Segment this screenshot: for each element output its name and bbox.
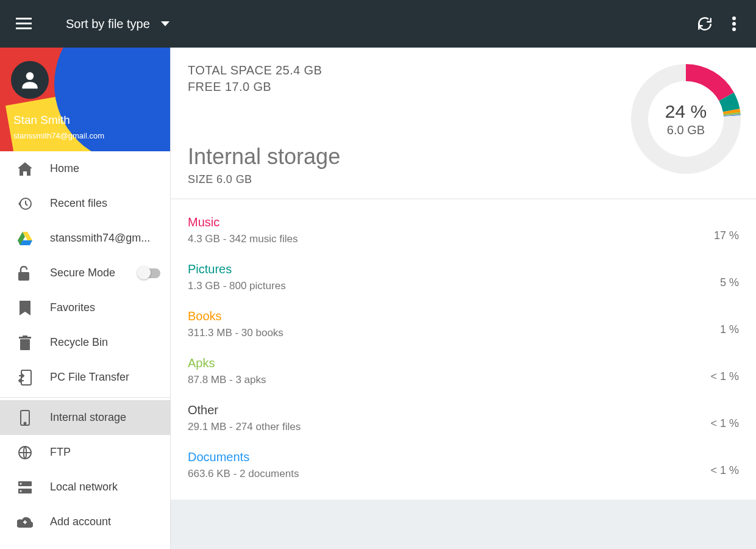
google-drive-icon — [17, 232, 33, 245]
category-percent: < 1 % — [710, 464, 739, 477]
svg-rect-11 — [23, 336, 27, 337]
globe-icon — [17, 445, 33, 460]
svg-point-14 — [24, 422, 26, 424]
main-content: TOTAL SPACE 25.4 GB FREE 17.0 GB Interna… — [171, 48, 756, 549]
svg-rect-9 — [20, 339, 30, 350]
nav-drive-label: stanssmith74@gm... — [50, 232, 160, 245]
phone-transfer-icon — [17, 370, 33, 386]
category-percent: 1 % — [720, 323, 739, 336]
nav-divider — [0, 397, 170, 398]
appbar: Sort by file type — [0, 0, 756, 48]
nav-recent-label: Recent files — [50, 197, 160, 210]
category-title: Music — [188, 215, 298, 229]
avatar — [11, 61, 49, 99]
nav-ftp[interactable]: FTP — [0, 435, 170, 470]
hamburger-icon — [16, 18, 32, 30]
nav-pcxfer-label: PC File Transfer — [50, 371, 160, 384]
refresh-icon — [697, 16, 713, 32]
menu-button[interactable] — [7, 7, 40, 40]
sort-label: Sort by file type — [66, 17, 150, 31]
nav-home[interactable]: Home — [0, 151, 170, 186]
category-title: Apks — [188, 356, 266, 370]
category-row[interactable]: Documents663.6 KB - 2 documents< 1 % — [171, 442, 756, 489]
nav-recycle-label: Recycle Bin — [50, 336, 160, 349]
category-percent: 17 % — [714, 229, 739, 242]
secure-mode-toggle[interactable] — [138, 268, 160, 278]
nav-list-storage: Internal storage FTP Local network Add a… — [0, 400, 170, 539]
category-percent: < 1 % — [710, 417, 739, 430]
donut-used: 6.0 GB — [665, 123, 707, 137]
phone-icon — [17, 410, 33, 426]
server-icon — [17, 481, 33, 493]
more-vert-icon — [732, 16, 736, 31]
category-meta: 311.3 MB - 30 books — [188, 327, 284, 339]
category-title: Other — [188, 403, 301, 417]
storage-summary: TOTAL SPACE 25.4 GB FREE 17.0 GB Interna… — [171, 48, 756, 198]
nav-pc-transfer[interactable]: PC File Transfer — [0, 360, 170, 395]
home-icon — [17, 162, 33, 176]
dropdown-arrow-icon — [161, 21, 169, 26]
category-row[interactable]: Music4.3 GB - 342 music files17 % — [171, 207, 756, 254]
refresh-button[interactable] — [690, 9, 719, 38]
category-row[interactable]: Pictures1.3 GB - 800 pictures5 % — [171, 254, 756, 301]
trash-icon — [17, 336, 33, 350]
bookmark-icon — [17, 301, 33, 315]
category-percent: 5 % — [720, 276, 739, 289]
nav-local-label: Local network — [50, 481, 160, 493]
nav-ftp-label: FTP — [50, 446, 160, 459]
category-row[interactable]: Other29.1 MB - 274 other files< 1 % — [171, 395, 756, 442]
profile-header[interactable]: Stan Smith stanssmith74@gmail.com — [0, 48, 170, 151]
donut-percent: 24 % — [665, 101, 707, 122]
svg-point-18 — [20, 483, 22, 484]
category-title: Documents — [188, 450, 299, 464]
history-icon — [17, 196, 33, 211]
svg-rect-0 — [16, 18, 32, 20]
svg-rect-1 — [16, 23, 32, 24]
svg-rect-2 — [16, 27, 32, 29]
lock-open-icon — [17, 266, 33, 281]
category-meta: 29.1 MB - 274 other files — [188, 421, 301, 433]
category-list: Music4.3 GB - 342 music files17 %Picture… — [171, 199, 756, 500]
storage-donut-chart: 24 % 6.0 GB — [628, 61, 744, 177]
sort-dropdown[interactable]: Sort by file type — [66, 17, 169, 31]
nav-recycle-bin[interactable]: Recycle Bin — [0, 325, 170, 360]
svg-point-4 — [732, 22, 736, 26]
nav-add-label: Add account — [50, 515, 160, 528]
nav-favorites[interactable]: Favorites — [0, 290, 170, 325]
svg-point-3 — [732, 16, 736, 20]
nav-add-account[interactable]: Add account — [0, 504, 170, 539]
category-row[interactable]: Apks87.8 MB - 3 apks< 1 % — [171, 348, 756, 395]
category-meta: 87.8 MB - 3 apks — [188, 374, 266, 386]
svg-point-5 — [732, 27, 736, 31]
category-title: Pictures — [188, 262, 286, 276]
category-title: Books — [188, 309, 284, 323]
overflow-menu-button[interactable] — [719, 9, 749, 38]
svg-point-19 — [20, 490, 22, 492]
svg-rect-8 — [18, 272, 29, 281]
category-meta: 1.3 GB - 800 pictures — [188, 280, 286, 292]
nav-favorites-label: Favorites — [50, 301, 160, 314]
nav-drive-account[interactable]: stanssmith74@gm... — [0, 221, 170, 256]
nav-recent[interactable]: Recent files — [0, 186, 170, 221]
svg-point-6 — [26, 72, 34, 80]
category-meta: 4.3 GB - 342 music files — [188, 233, 298, 245]
nav-local-network[interactable]: Local network — [0, 470, 170, 504]
nav-secure-mode[interactable]: Secure Mode — [0, 256, 170, 290]
nav-internal-label: Internal storage — [50, 411, 160, 424]
category-meta: 663.6 KB - 2 documents — [188, 468, 299, 480]
category-percent: < 1 % — [710, 370, 739, 383]
profile-email: stanssmith74@gmail.com — [13, 131, 104, 140]
nav-list: Home Recent files stanssmith74@gm... Sec… — [0, 151, 170, 395]
cloud-plus-icon — [17, 517, 33, 528]
nav-home-label: Home — [50, 162, 160, 175]
profile-name: Stan Smith — [13, 113, 70, 127]
nav-secure-label: Secure Mode — [50, 267, 121, 279]
nav-internal-storage[interactable]: Internal storage — [0, 400, 170, 435]
sidebar: Stan Smith stanssmith74@gmail.com Home R… — [0, 48, 171, 549]
category-row[interactable]: Books311.3 MB - 30 books1 % — [171, 301, 756, 348]
